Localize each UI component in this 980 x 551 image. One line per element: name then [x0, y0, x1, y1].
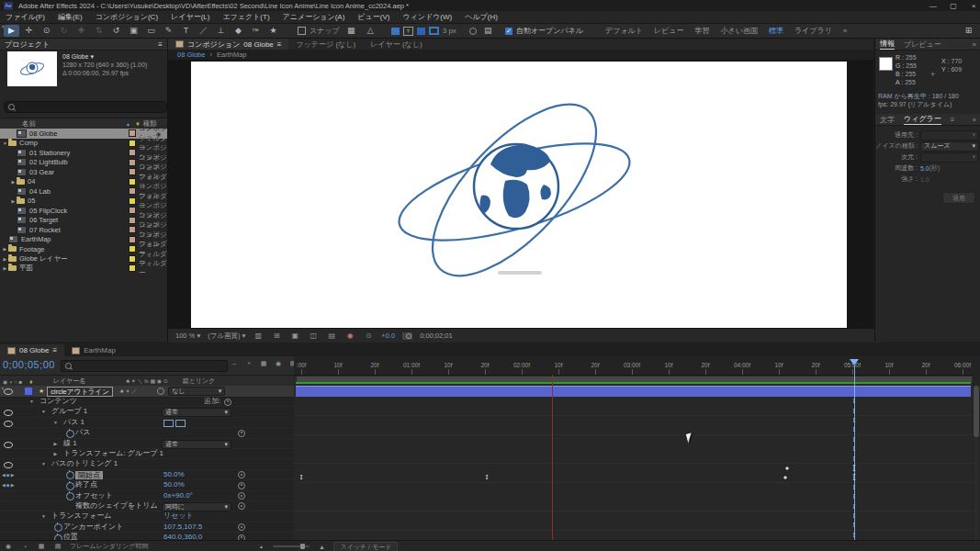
- project-folder-icon[interactable]: ▤: [480, 25, 496, 37]
- wiggler-row-label[interactable]: ノイズの種類 :: [875, 141, 918, 151]
- ruler-tick[interactable]: [779, 369, 780, 375]
- ruler-label[interactable]: 10f: [664, 362, 672, 368]
- twirl-icon[interactable]: ▶: [2, 246, 8, 252]
- twirl-icon[interactable]: ▶: [10, 179, 17, 185]
- property-name[interactable]: 複数のシェイプをトリム: [75, 501, 158, 511]
- region-of-interest-icon[interactable]: ▣: [289, 332, 300, 340]
- graph-editor-icon[interactable]: ▦: [37, 543, 46, 550]
- property-eye-icon[interactable]: [4, 410, 13, 416]
- share-icon[interactable]: [469, 28, 477, 35]
- stopwatch-icon[interactable]: [66, 430, 74, 438]
- timeline-vertical-scrollbar[interactable]: [974, 386, 979, 540]
- ruler-tick[interactable]: [485, 369, 486, 375]
- mini-flow-icon[interactable]: ▤: [53, 543, 62, 550]
- dolly-camera-tool[interactable]: ⇅: [91, 25, 107, 37]
- hand-tool[interactable]: ✛: [21, 25, 37, 37]
- label-chip[interactable]: [129, 264, 136, 272]
- current-time-indicator-line[interactable]: [854, 365, 855, 540]
- label-chip[interactable]: [129, 149, 136, 156]
- viewer-timecode[interactable]: 0;00;02;01: [420, 332, 452, 340]
- menu-ウィンドウ(W)[interactable]: ウィンドウ(W): [402, 12, 452, 22]
- ruler-tick[interactable]: [852, 369, 853, 375]
- tab-layer[interactable]: レイヤー (なし): [363, 39, 430, 50]
- property-eye-icon[interactable]: [4, 462, 13, 468]
- exposure-reset-icon[interactable]: ⊙: [363, 332, 374, 340]
- ruler-tick[interactable]: [375, 369, 376, 375]
- switches-modes-toggle[interactable]: スイッチ / モード: [333, 542, 398, 551]
- snap-option2-icon[interactable]: △: [363, 25, 378, 37]
- wiggler-row-select[interactable]: スムーズ▾: [920, 141, 979, 152]
- wiggler-row[interactable]: 強さ :1.0: [875, 174, 980, 185]
- clone-stamp-tool[interactable]: ⊥: [213, 25, 229, 37]
- property-value[interactable]: 50.0%: [163, 470, 185, 479]
- ruler-label[interactable]: 04:00f: [734, 362, 750, 368]
- info-comp-name[interactable]: 08 Globe: [62, 53, 88, 60]
- parent-pickwhip-icon[interactable]: [157, 388, 164, 395]
- project-item[interactable]: ▶平面フォルダー: [0, 264, 167, 274]
- chevron-down-icon[interactable]: ▾: [224, 441, 228, 448]
- property-row-終了点[interactable]: ◀◆▶終了点50.0%: [0, 480, 294, 490]
- channel-value[interactable]: G : 255: [896, 62, 917, 70]
- 3d-view-icon[interactable]: ▤: [326, 332, 337, 340]
- property-row-開始点[interactable]: ◀◆▶開始点50.0%: [0, 470, 294, 480]
- wiggler-row-select[interactable]: ▾: [920, 130, 979, 141]
- project-item-name[interactable]: Footage: [19, 245, 45, 253]
- composition-icon[interactable]: [17, 207, 27, 215]
- blend-mode-select[interactable]: 通常▾: [162, 440, 231, 449]
- stopwatch-icon[interactable]: [66, 471, 74, 479]
- ruler-tick[interactable]: [705, 369, 706, 375]
- pan-camera-tool[interactable]: ✚: [73, 25, 89, 37]
- wiggler-row-value[interactable]: 1.0: [920, 176, 929, 183]
- project-item-name[interactable]: 07 Rocket: [29, 226, 61, 234]
- pan-behind-tool[interactable]: ▣: [126, 25, 141, 37]
- twirl-icon[interactable]: ▶: [2, 265, 8, 271]
- time-ruler[interactable]: :00f10f20f01:00f10f20f02:00f10f20f03:00f…: [294, 356, 973, 376]
- property-name[interactable]: アンカーポイント: [63, 523, 123, 532]
- mask-mode-icon-1[interactable]: [163, 420, 174, 427]
- wiggler-row[interactable]: 次元 :▾: [875, 152, 980, 163]
- project-item-name[interactable]: Comp: [19, 139, 38, 147]
- blend-mode-select[interactable]: 通常▾: [162, 408, 231, 417]
- timeline-zoom-slider[interactable]: [273, 545, 310, 547]
- property-value[interactable]: 0x+90.0°: [163, 491, 193, 500]
- wiggler-row[interactable]: ノイズの種類 :スムーズ▾: [875, 141, 980, 152]
- apply-button[interactable]: 適用: [942, 192, 975, 204]
- add-property-icon[interactable]: [224, 399, 231, 406]
- menu-レイヤー(L)[interactable]: レイヤー(L): [171, 12, 209, 22]
- channel-value[interactable]: B : 255: [896, 70, 917, 78]
- workspace-小さい画面[interactable]: 小さい画面: [721, 26, 758, 36]
- project-item-type[interactable]: フォルダー: [139, 259, 167, 277]
- twirl-icon[interactable]: ▼: [28, 397, 35, 406]
- project-item-name[interactable]: 平面: [19, 264, 33, 273]
- snapshot-icon[interactable]: [402, 332, 412, 340]
- fill-help-box[interactable]: ?: [403, 27, 413, 36]
- property-row-パス 1[interactable]: ▼パス 1: [0, 418, 294, 428]
- project-item-name[interactable]: 08 Globe: [29, 129, 57, 138]
- composition-marker-icon[interactable]: ◉: [4, 543, 13, 550]
- property-row-トランスフォーム: グループ 1[interactable]: ▶トランスフォーム: グループ 1: [0, 449, 294, 459]
- twirl-icon[interactable]: ▼: [40, 512, 47, 521]
- selection-tool[interactable]: ▶: [4, 25, 19, 37]
- magnification-select[interactable]: 100 % ▾: [175, 332, 200, 340]
- property-row-パスのトリミング 1[interactable]: ▼パスのトリミング 1: [0, 459, 294, 469]
- ruler-label[interactable]: 06:00f: [954, 362, 971, 368]
- zoom-in-mountain-icon[interactable]: ▲: [317, 544, 326, 550]
- label-chip[interactable]: [129, 207, 136, 214]
- menu-アニメーション(A)[interactable]: アニメーション(A): [283, 12, 345, 22]
- project-item-name[interactable]: EarthMap: [21, 235, 51, 243]
- chevron-down-icon[interactable]: ▾: [224, 409, 228, 416]
- ruler-label[interactable]: 03:00f: [624, 362, 640, 368]
- stopwatch-icon[interactable]: [66, 482, 74, 490]
- roto-brush-tool[interactable]: ✑: [248, 25, 264, 37]
- info-overflow-icon[interactable]: »: [973, 40, 976, 49]
- ruler-label[interactable]: 20f: [591, 362, 599, 368]
- keyframe-navigator[interactable]: ◀◆▶: [2, 480, 16, 489]
- parent-link-column[interactable]: 親とリンク: [183, 377, 216, 386]
- layer-name-editbox[interactable]: circleアウトライン: [47, 387, 113, 397]
- exposure-value[interactable]: +0.0: [381, 332, 395, 340]
- timeline-header-icon-0[interactable]: ~: [230, 361, 239, 367]
- ruler-tick[interactable]: [448, 369, 449, 375]
- current-time-field[interactable]: 0;00;05;00: [3, 359, 55, 370]
- property-value[interactable]: リセット: [163, 512, 194, 521]
- ruler-label[interactable]: 10f: [554, 362, 562, 368]
